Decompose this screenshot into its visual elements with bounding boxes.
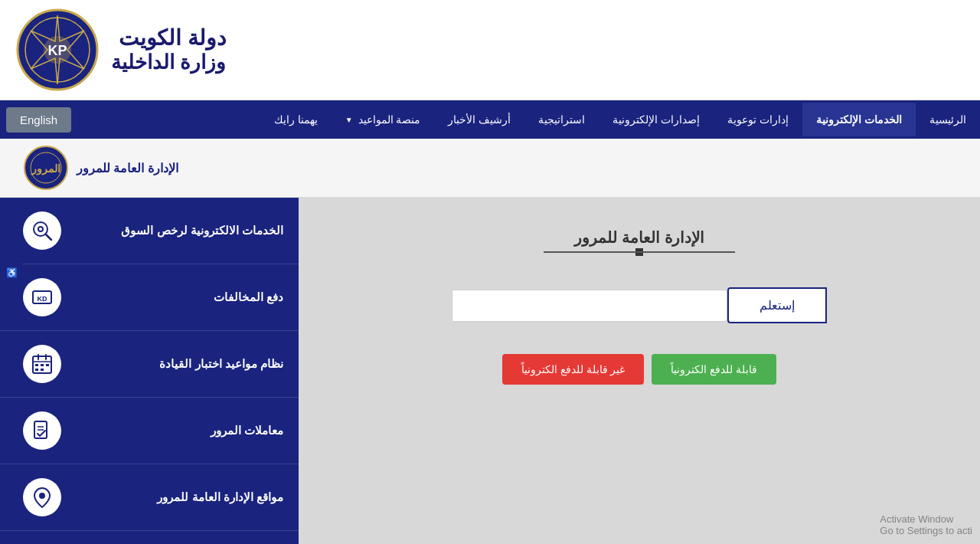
sidebar-item-driving-schedule[interactable]: نظام مواعيد اختبار القيادة	[0, 331, 299, 398]
header: دولة الكويت وزارة الداخلية KP	[0, 0, 980, 100]
accessibility-tab[interactable]: ♿	[0, 255, 23, 290]
content-title: الإدارة العامة للمرور	[574, 228, 704, 253]
svg-point-26	[39, 493, 45, 499]
sidebar-item-eservices-market[interactable]: الخدمات الالكترونية لرخص السوق	[0, 198, 299, 264]
search-eye-icon	[31, 219, 54, 242]
not-eligible-payment-button[interactable]: غير قابلة للدفع الكترونياً	[502, 354, 645, 385]
sub-header-title: الإدارة العامة للمرور	[77, 161, 178, 175]
nav-item-appointments[interactable]: منصة المواعيد ▼	[332, 103, 435, 136]
kd-money-icon-wrap: KD	[23, 278, 61, 316]
svg-text:المرور: المرور	[31, 162, 60, 175]
nav-item-publications[interactable]: إصدارات الإلكترونية	[599, 103, 714, 136]
traffic-dept-logo-icon: المرور	[23, 145, 69, 191]
search-input[interactable]	[452, 290, 727, 322]
sidebar-item-pay-violations[interactable]: دفع المخالفات KD	[0, 264, 299, 331]
sidebar-item-label-driving-schedule: نظام مواعيد اختبار القيادة	[61, 357, 283, 371]
location-pin-icon	[31, 486, 54, 509]
svg-rect-18	[35, 364, 38, 366]
nav-item-opinion[interactable]: يهمنا رايك	[260, 103, 332, 136]
document-check-icon	[31, 419, 54, 442]
sidebar-item-traffic-locations[interactable]: مواقع الإدارة العامة للمرور	[0, 464, 299, 531]
inquire-button[interactable]: إستعلم	[727, 287, 827, 323]
search-eye-icon-wrap	[23, 211, 61, 250]
svg-rect-22	[41, 369, 44, 371]
sidebar-item-label-traffic-locations: مواقع الإدارة العامة للمرور	[61, 490, 283, 504]
dropdown-arrow-icon: ▼	[345, 116, 353, 124]
header-logo: دولة الكويت وزارة الداخلية KP	[15, 8, 226, 92]
inquiry-form: إستعلم	[452, 287, 827, 323]
content-area: الإدارة العامة للمرور إستعلم قابلة للدفع…	[299, 198, 980, 544]
svg-text:KP: KP	[47, 43, 67, 58]
svg-rect-19	[41, 364, 44, 366]
english-language-button[interactable]: English	[6, 107, 71, 133]
nav-item-departments[interactable]: إدارات توعوية	[714, 103, 802, 136]
svg-text:KD: KD	[38, 295, 47, 303]
sidebar: الخدمات الالكترونية لرخص السوق دفع المخا…	[0, 198, 299, 544]
calendar-grid-icon-wrap	[23, 345, 61, 383]
sub-header: الإدارة العامة للمرور المرور	[0, 139, 980, 198]
svg-point-10	[39, 228, 42, 231]
header-line2: وزارة الداخلية	[111, 51, 226, 74]
sidebar-item-traffic-transactions[interactable]: معاملات المرور	[0, 398, 299, 464]
nav-item-eservices[interactable]: الخدمات الإلكترونية	[802, 103, 916, 136]
sidebar-item-label-pay-violations: دفع المخالفات	[61, 290, 283, 304]
sidebar-item-label-traffic-transactions: معاملات المرور	[61, 424, 283, 437]
eligible-payment-button[interactable]: قابلة للدفع الكترونياً	[652, 354, 776, 385]
main-content: الإدارة العامة للمرور إستعلم قابلة للدفع…	[0, 198, 980, 544]
kuwait-emblem-icon: KP	[15, 8, 100, 92]
svg-rect-21	[35, 369, 38, 371]
calendar-grid-icon	[31, 352, 54, 375]
header-text: دولة الكويت وزارة الداخلية	[111, 25, 226, 74]
header-line1: دولة الكويت	[111, 25, 226, 51]
nav-item-news[interactable]: أرشيف الأخبار	[434, 103, 524, 136]
sidebar-item-label-eservices-market: الخدمات الالكترونية لرخص السوق	[61, 224, 283, 238]
location-pin-icon-wrap	[23, 478, 61, 516]
status-buttons: قابلة للدفع الكترونياً غير قابلة للدفع ا…	[502, 354, 776, 385]
svg-line-11	[46, 234, 51, 240]
document-check-icon-wrap	[23, 411, 61, 450]
svg-rect-20	[46, 364, 49, 366]
kd-money-icon: KD	[31, 286, 54, 309]
title-dot	[635, 248, 643, 256]
main-nav: الرئيسية الخدمات الإلكترونية إدارات توعو…	[0, 100, 980, 139]
nav-item-strategy[interactable]: استراتيجية	[524, 103, 599, 136]
nav-item-home[interactable]: الرئيسية	[916, 103, 980, 136]
